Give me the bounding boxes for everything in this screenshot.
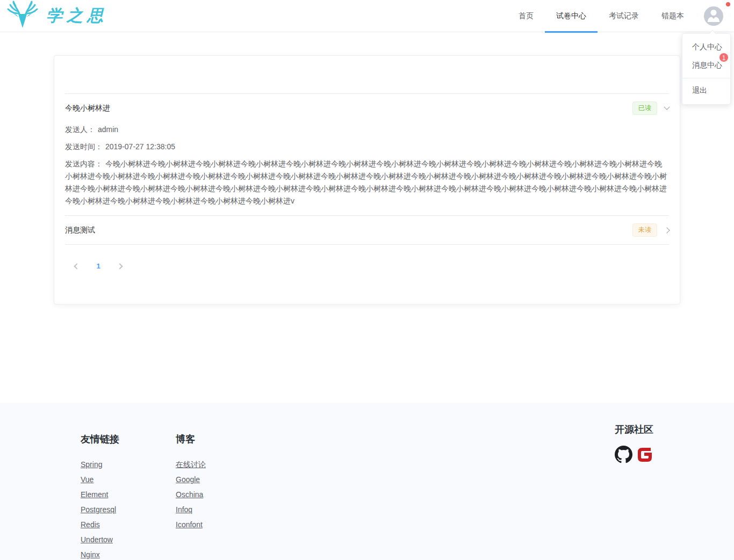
user-dropdown-menu: 个人中心 消息中心 1 退出 [682,33,731,105]
pagination-next-button[interactable] [112,259,127,274]
footer-links-column: 友情链接 Spring Vue Element Postgresql Redis… [81,423,176,560]
message-list-card: 今晚小树林进 已读 发送人：admin 发送时间：2019-07-27 12:3… [54,55,680,304]
time-label: 发送时间： [65,142,103,151]
footer-link-nginx[interactable]: Nginx [81,551,176,559]
sender-value: admin [98,125,118,134]
github-icon[interactable] [615,446,632,463]
content-row: 发送内容：今晚小树林进今晚小树林进今晚小树林进今晚小树林进今晚小树林进今晚小树林… [65,158,669,207]
footer-link-spring[interactable]: Spring [81,461,176,469]
sender-label: 发送人： [65,125,95,134]
main-nav: 首页 试卷中心 考试记录 错题本 [507,0,695,32]
chevron-left-icon [74,263,80,269]
footer-link-element[interactable]: Element [81,491,176,499]
main-content: 今晚小树林进 已读 发送人：admin 发送时间：2019-07-27 12:3… [0,55,734,403]
message-item-1: 今晚小树林进 已读 发送人：admin 发送时间：2019-07-27 12:3… [65,93,669,215]
footer-link-online-discussion[interactable]: 在线讨论 [176,461,271,469]
message-item-2: 消息测试 未读 [65,215,669,245]
nav-item-wrong-questions[interactable]: 错题本 [650,0,695,32]
footer: 友情链接 Spring Vue Element Postgresql Redis… [0,403,734,560]
message-detail: 发送人：admin 发送时间：2019-07-27 12:38:05 发送内容：… [65,122,669,215]
footer-blog-title: 博客 [176,433,271,446]
chevron-right-icon [117,263,123,269]
footer-link-iconfont[interactable]: Iconfont [176,521,271,529]
unread-count-badge: 1 [719,53,729,62]
logo-text: 学之思 [46,5,107,27]
time-value: 2019-07-27 12:38:05 [105,142,175,151]
message-row-2[interactable]: 消息测试 未读 [65,216,669,244]
time-row: 发送时间：2019-07-27 12:38:05 [65,141,669,153]
header: 学之思 首页 试卷中心 考试记录 错题本 [0,0,734,32]
footer-community: 开源社区 [615,423,653,560]
footer-link-infoq[interactable]: Infoq [176,506,271,514]
footer-link-redis[interactable]: Redis [81,521,176,529]
footer-link-google[interactable]: Google [176,476,271,484]
message-title: 今晚小树林进 [65,104,110,113]
footer-links-title: 友情链接 [81,433,176,446]
chevron-right-icon [664,227,670,233]
chevron-down-icon [664,104,670,110]
nav-item-exam-records[interactable]: 考试记录 [598,0,650,32]
notification-dot [726,2,730,6]
nav-item-home[interactable]: 首页 [507,0,545,32]
menu-item-message-center-label: 消息中心 [692,61,722,69]
menu-item-message-center[interactable]: 消息中心 1 [682,56,730,75]
menu-item-logout[interactable]: 退出 [682,82,730,100]
nav-item-exam-center[interactable]: 试卷中心 [545,0,598,32]
footer-link-oschina[interactable]: Oschina [176,491,271,499]
gitee-icon[interactable] [637,447,653,463]
message-title: 消息测试 [65,226,95,235]
menu-divider [682,78,730,78]
status-tag-read: 已读 [632,101,657,115]
message-row-1[interactable]: 今晚小树林进 已读 [65,94,669,122]
pagination: 1 [69,259,669,274]
footer-link-undertow[interactable]: Undertow [81,536,176,544]
content-value: 今晚小树林进今晚小树林进今晚小树林进今晚小树林进今晚小树林进今晚小树林进今晚小树… [65,159,667,205]
user-icon [704,6,723,26]
pagination-prev-button[interactable] [69,259,84,274]
content-label: 发送内容： [65,159,103,168]
footer-link-vue[interactable]: Vue [81,476,176,484]
user-avatar[interactable] [704,6,723,26]
status-tag-unread: 未读 [632,223,657,237]
footer-link-postgresql[interactable]: Postgresql [81,506,176,514]
sender-row: 发送人：admin [65,123,669,136]
footer-community-title: 开源社区 [615,423,653,436]
logo[interactable]: 学之思 [4,1,107,32]
deer-logo-icon [4,1,41,32]
pagination-page-1[interactable]: 1 [91,259,106,274]
card-header-space [65,56,669,93]
footer-blog-column: 博客 在线讨论 Google Oschina Infoq Iconfont [176,423,271,560]
